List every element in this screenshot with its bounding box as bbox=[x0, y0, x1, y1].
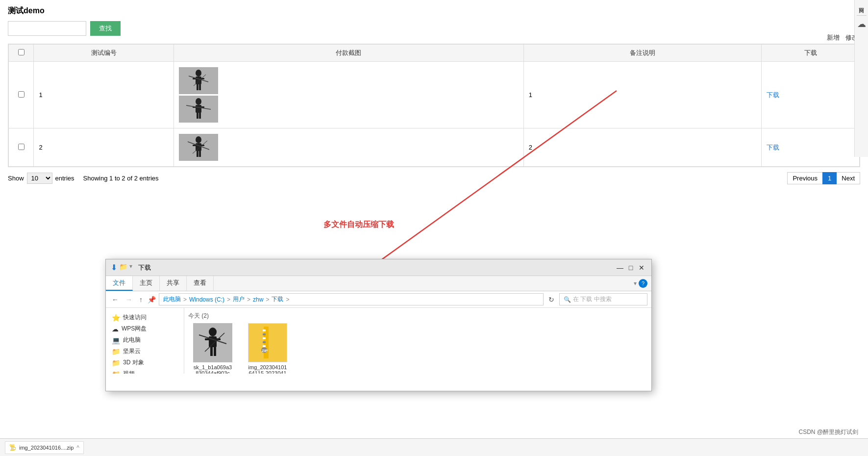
image-thumb-1 bbox=[179, 67, 218, 94]
search-input[interactable] bbox=[8, 21, 86, 36]
annotation-text: 多文件自动压缩下载 bbox=[323, 220, 394, 230]
file-name-zip: img_20230410164115-20230410164115.zip bbox=[248, 364, 287, 374]
refresh-button[interactable]: ↻ bbox=[546, 295, 556, 304]
row-download: 下载 bbox=[762, 62, 860, 128]
svg-text:ZIP: ZIP bbox=[262, 349, 268, 353]
page-title: 测试demo bbox=[8, 6, 860, 16]
explorer-content: ⭐ 快速访问 ☁ WPS网盘 💻 此电脑 📁 坚果云 📁 3D 对象 📁 视 bbox=[106, 308, 651, 374]
explorer-sidebar: ⭐ 快速访问 ☁ WPS网盘 💻 此电脑 📁 坚果云 📁 3D 对象 📁 视 bbox=[106, 308, 184, 374]
svg-rect-19 bbox=[197, 151, 198, 157]
show-label: Show bbox=[8, 175, 24, 182]
minimize-button[interactable]: — bbox=[615, 263, 625, 273]
ribbon-tab-file[interactable]: 文件 bbox=[106, 276, 133, 291]
data-table: 测试编号 付款截图 备注说明 下载 1 bbox=[8, 44, 860, 167]
row-images bbox=[174, 62, 523, 128]
explorer-ribbon: 文件 主页 共享 查看 ▾ ? bbox=[106, 276, 651, 291]
sidebar-arrow-down[interactable]: ▾ bbox=[860, 7, 863, 12]
svg-point-1 bbox=[196, 70, 201, 76]
help-button[interactable]: ? bbox=[639, 279, 647, 288]
explorer-search-placeholder: 在 下载 中搜索 bbox=[573, 295, 612, 304]
zip-icon: 🗜 bbox=[9, 444, 16, 452]
file-item-zip[interactable]: ZIP img_20230410164115-20230410164115.zi… bbox=[243, 323, 292, 374]
svg-rect-36 bbox=[263, 333, 266, 335]
file-item-image[interactable]: sk_1_b1a069a3830344af903cb809c7aceec3.pn… bbox=[188, 323, 237, 374]
explorer-dialog: ⬇ 📁 ▾ 下载 — □ ✕ 文件 主页 共享 查看 ▾ ? ← → ↑ 📌 此… bbox=[105, 259, 652, 391]
sidebar-item-quickaccess[interactable]: ⭐ 快速访问 bbox=[110, 312, 180, 323]
forward-button[interactable]: → bbox=[124, 295, 134, 304]
ribbon-tab-home[interactable]: 主页 bbox=[133, 276, 160, 291]
col-header-id: 测试编号 bbox=[34, 45, 174, 62]
back-button[interactable]: ← bbox=[110, 295, 121, 304]
col-header-note: 备注说明 bbox=[523, 45, 761, 62]
table-row: 1 bbox=[9, 62, 860, 128]
download-caret[interactable]: ^ bbox=[76, 444, 79, 451]
ribbon-expand-icon[interactable]: ▾ bbox=[634, 280, 637, 287]
row-note: 1 bbox=[523, 62, 761, 128]
prev-page-button[interactable]: Previous bbox=[787, 172, 822, 184]
file-thumb-image bbox=[193, 323, 232, 362]
row-checkbox[interactable] bbox=[18, 91, 25, 98]
pagination-bar: Show 10 25 50 100 entries Showing 1 to 2… bbox=[0, 167, 868, 189]
col-header-dl: 下载 bbox=[762, 45, 860, 62]
address-bar[interactable]: 此电脑 > Windows (C:) > 用户 > zhw > 下载 > bbox=[159, 293, 544, 305]
svg-rect-38 bbox=[263, 341, 266, 343]
svg-point-16 bbox=[196, 136, 201, 143]
maximize-button[interactable]: □ bbox=[626, 263, 636, 273]
section-label: 今天 (2) bbox=[188, 312, 647, 320]
col-header-img: 付款截图 bbox=[174, 45, 523, 62]
svg-rect-29 bbox=[210, 347, 213, 356]
image-thumb-3 bbox=[179, 134, 218, 161]
next-page-button[interactable]: Next bbox=[837, 172, 860, 184]
up-button[interactable]: ↑ bbox=[137, 295, 145, 304]
svg-rect-20 bbox=[199, 151, 201, 157]
download-link-2[interactable]: 下载 bbox=[767, 144, 779, 151]
bottom-download-bar: 🗜 img_2023041016....zip ^ bbox=[0, 438, 868, 456]
sidebar-item-jg[interactable]: 📁 坚果云 bbox=[110, 346, 180, 357]
entries-info: Showing 1 to 2 of 2 entries bbox=[83, 175, 159, 182]
sidebar-item-mypc[interactable]: 💻 此电脑 bbox=[110, 334, 180, 346]
svg-rect-12 bbox=[197, 113, 198, 119]
explorer-title: 下载 bbox=[138, 263, 151, 272]
row-images-2 bbox=[174, 128, 523, 167]
folder-icon: 📁 bbox=[119, 263, 127, 272]
svg-rect-10 bbox=[196, 105, 201, 113]
current-page-button[interactable]: 1 bbox=[822, 172, 837, 184]
titlebar-icons: ⬇ 📁 ▾ bbox=[111, 263, 132, 272]
select-all-checkbox[interactable] bbox=[18, 49, 25, 55]
svg-rect-37 bbox=[263, 337, 266, 339]
sidebar-cloud-icon[interactable]: ☁ bbox=[857, 19, 866, 29]
ribbon-tab-view[interactable]: 查看 bbox=[187, 276, 214, 291]
download-item: 🗜 img_2023041016....zip ^ bbox=[5, 441, 84, 454]
arrow-down-icon: ▾ bbox=[129, 263, 132, 272]
svg-point-26 bbox=[209, 328, 217, 336]
sidebar-item-wps[interactable]: ☁ WPS网盘 bbox=[110, 323, 180, 334]
sidebar-item-3d[interactable]: 📁 3D 对象 bbox=[110, 357, 180, 368]
file-name-image: sk_1_b1a069a3830344af903cb809c7aceec3.pn… bbox=[192, 364, 234, 374]
search-icon: 🔍 bbox=[564, 296, 571, 303]
svg-point-9 bbox=[196, 98, 201, 105]
explorer-titlebar: ⬇ 📁 ▾ 下载 — □ ✕ bbox=[106, 259, 651, 276]
ribbon-tab-share[interactable]: 共享 bbox=[160, 276, 187, 291]
image-thumb-2 bbox=[179, 96, 218, 123]
close-button[interactable]: ✕ bbox=[637, 263, 646, 273]
row-checkbox-2[interactable] bbox=[18, 144, 25, 150]
explorer-main-pane: 今天 (2) bbox=[184, 308, 651, 374]
explorer-addressbar: ← → ↑ 📌 此电脑 > Windows (C:) > 用户 > zhw > … bbox=[106, 291, 651, 308]
right-sidebar: 网页 ▾ ☁ bbox=[854, 0, 868, 157]
row-id-2: 2 bbox=[34, 128, 174, 167]
entries-select[interactable]: 10 25 50 100 bbox=[27, 173, 52, 184]
explorer-search[interactable]: 🔍 在 下载 中搜索 bbox=[559, 293, 647, 305]
file-thumb-zip: ZIP bbox=[248, 323, 287, 362]
svg-rect-5 bbox=[199, 84, 201, 90]
svg-rect-39 bbox=[263, 345, 266, 347]
row-download-2: 下载 bbox=[762, 128, 860, 167]
search-button[interactable]: 查找 bbox=[90, 21, 121, 36]
table-row: 2 2 bbox=[9, 128, 860, 167]
svg-rect-4 bbox=[197, 84, 198, 90]
add-button[interactable]: 新增 bbox=[827, 33, 840, 42]
sidebar-item-video[interactable]: 📁 视频 bbox=[110, 368, 180, 374]
csdn-watermark: CSDN @醉里挑灯试剑 bbox=[798, 428, 858, 436]
svg-rect-30 bbox=[214, 347, 216, 356]
files-grid: sk_1_b1a069a3830344af903cb809c7aceec3.pn… bbox=[188, 323, 647, 374]
download-link-1[interactable]: 下载 bbox=[767, 91, 779, 99]
